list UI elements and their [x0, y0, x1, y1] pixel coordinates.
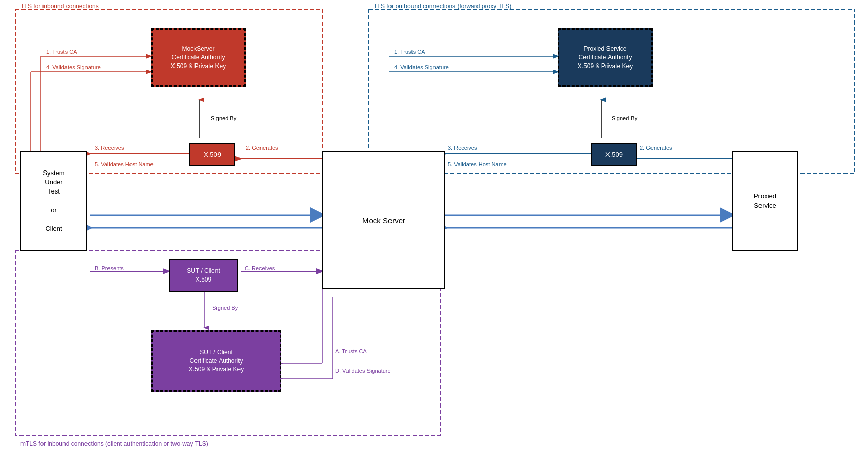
validates-sig-label-left: 4. Validates Signature — [46, 64, 101, 70]
sut-client-x509-box: SUT / Client X.509 — [169, 259, 238, 292]
validates-sig-label-right: 4. Validates Signature — [394, 64, 449, 70]
inbound-tls-label: TLS for inbound connections — [20, 3, 99, 10]
b-presents-label: B. Presents — [95, 265, 124, 271]
proxied-service-ca-box: Proxied Service Certificate Authority X.… — [558, 28, 653, 87]
c-receives-label: C. Receives — [245, 265, 275, 271]
receives-label: 3. Receives — [95, 145, 124, 151]
receives-label-right: 3. Receives — [448, 145, 477, 151]
proxied-service-box: Proxied Service — [732, 151, 798, 251]
x509-right-label: X.509 — [605, 150, 623, 159]
system-under-test-label: System Under Test or Client — [42, 168, 64, 233]
x509-left-label: X.509 — [204, 150, 221, 159]
trusts-ca-label-right: 1. Trusts CA — [394, 49, 425, 55]
a-trusts-ca-label: A. Trusts CA — [335, 348, 367, 354]
x509-left-box: X.509 — [189, 143, 235, 166]
signed-by-label-left: Signed By — [211, 115, 236, 121]
system-under-test-box: System Under Test or Client — [20, 151, 87, 251]
sut-client-x509-label: SUT / Client X.509 — [187, 267, 220, 284]
proxied-service-ca-label: Proxied Service Certificate Authority X.… — [578, 45, 633, 70]
validates-hostname-label-right: 5. Validates Host Name — [448, 161, 507, 167]
mock-server-box: Mock Server — [322, 151, 445, 289]
signed-by-label-right: Signed By — [612, 115, 637, 121]
mockserver-ca-box: MockServer Certificate Authority X.509 &… — [151, 28, 246, 87]
mockserver-ca-label: MockServer Certificate Authority X.509 &… — [171, 45, 226, 70]
signed-by-purple-label: Signed By — [212, 305, 238, 311]
sut-client-ca-label: SUT / Client Certificate Authority X.509… — [189, 348, 244, 374]
mtls-label: mTLS for inbound connections (client aut… — [20, 440, 208, 447]
mock-server-label: Mock Server — [362, 215, 405, 226]
x509-right-box: X.509 — [591, 143, 637, 166]
generates-label-right: 2. Generates — [640, 145, 672, 151]
diagram-container: TLS for inbound connections TLS for outb… — [0, 0, 868, 450]
validates-hostname-label: 5. Validates Host Name — [95, 161, 154, 167]
proxied-service-label: Proxied Service — [754, 191, 776, 210]
outbound-tls-label: TLS for outbound connections (forward pr… — [374, 3, 511, 10]
generates-label: 2. Generates — [246, 145, 278, 151]
sut-client-ca-box: SUT / Client Certificate Authority X.509… — [151, 330, 281, 392]
trusts-ca-label-left: 1. Trusts CA — [46, 49, 77, 55]
d-validates-sig-label: D. Validates Signature — [335, 368, 391, 374]
